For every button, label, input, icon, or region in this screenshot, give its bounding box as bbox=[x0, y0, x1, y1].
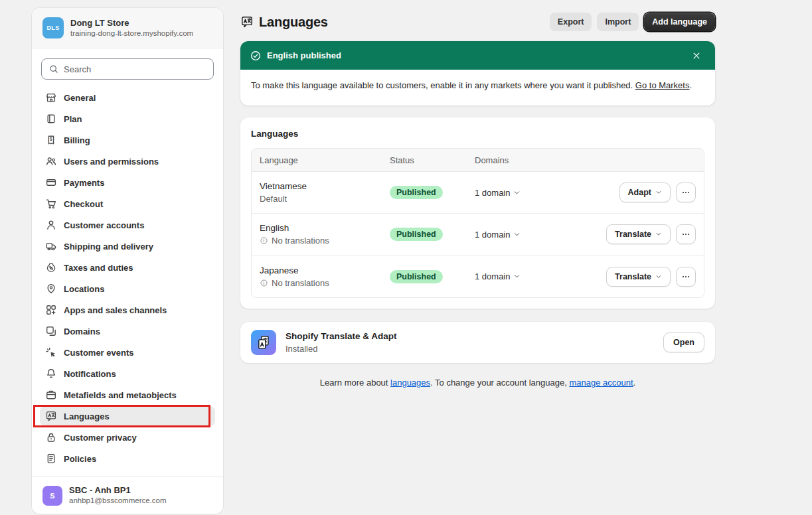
sidebar-item-label: Customer privacy bbox=[64, 433, 137, 443]
search-box[interactable] bbox=[41, 58, 214, 80]
user-account[interactable]: S SBC - Anh BP1 anhbp1@bsscommerce.com bbox=[32, 477, 223, 514]
status-badge: Published bbox=[390, 228, 443, 241]
red-annotation-box bbox=[33, 405, 210, 427]
translate-pages-glyph bbox=[255, 334, 272, 351]
sidebar-item-shipping-and-delivery[interactable]: Shipping and delivery bbox=[40, 236, 215, 256]
close-icon bbox=[692, 51, 701, 60]
store-header[interactable]: DLS Dong LT Store training-dong-lt-store… bbox=[32, 8, 223, 48]
adapt-button[interactable]: Adapt bbox=[619, 183, 671, 202]
chevron-down-icon bbox=[655, 231, 662, 238]
sidebar-item-label: Plan bbox=[64, 114, 82, 124]
search-input[interactable] bbox=[64, 64, 206, 74]
taxes-icon bbox=[45, 261, 57, 273]
sidebar-item-languages[interactable]: Languages bbox=[40, 406, 215, 426]
sidebar-item-label: Locations bbox=[64, 284, 104, 294]
go-to-markets-link[interactable]: Go to Markets bbox=[635, 80, 690, 90]
sidebar-item-label: Shipping and delivery bbox=[64, 242, 153, 252]
more-actions-button[interactable] bbox=[676, 183, 696, 202]
sidebar-item-label: Domains bbox=[64, 327, 100, 336]
sidebar-item-payments[interactable]: Payments bbox=[40, 173, 215, 192]
sidebar-item-notifications[interactable]: Notifications bbox=[40, 364, 215, 384]
sidebar-item-customer-accounts[interactable]: Customer accounts bbox=[40, 215, 215, 235]
translate-adapt-app-card: Shopify Translate & Adapt Installed Open bbox=[240, 322, 715, 363]
language-name: English bbox=[260, 223, 390, 233]
app-name: Shopify Translate & Adapt bbox=[285, 331, 397, 342]
sidebar-item-locations[interactable]: Locations bbox=[40, 279, 215, 299]
open-app-button[interactable]: Open bbox=[663, 332, 704, 352]
sidebar-item-label: Customer accounts bbox=[64, 220, 144, 230]
sidebar-item-customer-privacy[interactable]: Customer privacy bbox=[40, 427, 215, 447]
credit-card-icon bbox=[45, 177, 57, 188]
horizontal-dots-icon bbox=[681, 230, 690, 239]
sidebar-item-policies[interactable]: Policies bbox=[40, 449, 215, 469]
language-name: Japanese bbox=[260, 265, 390, 275]
store-domain: training-dong-lt-store.myshopify.com bbox=[70, 29, 193, 38]
user-email: anhbp1@bsscommerce.com bbox=[69, 496, 167, 506]
translate-icon bbox=[45, 410, 57, 422]
domains-dropdown[interactable]: 1 domain bbox=[475, 271, 606, 281]
sidebar-item-label: Languages bbox=[64, 411, 110, 421]
sidebar-item-label: General bbox=[64, 93, 96, 103]
add-language-button[interactable]: Add language bbox=[644, 13, 715, 31]
sidebar-item-label: Policies bbox=[64, 454, 96, 464]
chevron-down-icon bbox=[513, 231, 521, 238]
app-status: Installed bbox=[285, 343, 397, 354]
sidebar-item-label: Checkout bbox=[64, 199, 103, 209]
sidebar-item-plan[interactable]: Plan bbox=[40, 109, 215, 129]
more-actions-button[interactable] bbox=[676, 224, 696, 244]
translate-button[interactable]: Translate bbox=[606, 224, 671, 244]
sidebar-item-customer-events[interactable]: Customer events bbox=[40, 342, 215, 362]
status-badge: Published bbox=[390, 186, 443, 199]
sidebar-item-label: Billing bbox=[64, 135, 90, 145]
domains-icon bbox=[45, 325, 57, 337]
table-header-row: Language Status Domains bbox=[252, 149, 704, 172]
export-button[interactable]: Export bbox=[550, 13, 592, 31]
truck-icon bbox=[45, 240, 57, 252]
table-row-vietnamese: Vietnamese Default Published 1 domain Ad… bbox=[252, 172, 704, 214]
translate-button[interactable]: Translate bbox=[606, 267, 671, 287]
sidebar-item-billing[interactable]: Billing bbox=[40, 130, 215, 150]
footer-help-text: Learn more about languages. To change yo… bbox=[240, 378, 715, 388]
language-subtext: Default bbox=[260, 194, 287, 204]
settings-sidebar: DLS Dong LT Store training-dong-lt-store… bbox=[32, 8, 223, 514]
chevron-down-icon bbox=[513, 189, 521, 196]
sidebar-item-checkout[interactable]: Checkout bbox=[40, 194, 215, 214]
domains-dropdown[interactable]: 1 domain bbox=[475, 188, 619, 198]
search-icon bbox=[48, 64, 59, 74]
user-name: SBC - Anh BP1 bbox=[69, 485, 167, 496]
table-row-japanese: Japanese No translations Published 1 dom… bbox=[252, 256, 704, 297]
cart-icon bbox=[45, 198, 57, 210]
domains-dropdown[interactable]: 1 domain bbox=[475, 230, 606, 240]
chevron-down-icon bbox=[655, 273, 662, 280]
languages-help-link[interactable]: languages bbox=[390, 378, 430, 388]
user-avatar: S bbox=[42, 486, 62, 506]
sidebar-item-label: Customer events bbox=[64, 348, 133, 358]
store-name: Dong LT Store bbox=[70, 18, 193, 29]
sidebar-item-apps-and-sales-channels[interactable]: Apps and sales channels bbox=[40, 300, 215, 320]
person-icon bbox=[45, 219, 57, 231]
plan-icon bbox=[45, 113, 57, 125]
banner-title: English published bbox=[267, 50, 341, 60]
lock-icon bbox=[45, 431, 57, 443]
languages-card: Languages Language Status Domains Vietna… bbox=[240, 117, 715, 309]
info-icon bbox=[260, 236, 268, 245]
languages-card-title: Languages bbox=[251, 129, 704, 139]
sidebar-item-metafields-and-metaobjects[interactable]: Metafields and metaobjects bbox=[40, 385, 215, 405]
import-button[interactable]: Import bbox=[597, 13, 639, 31]
sidebar-item-general[interactable]: General bbox=[40, 88, 215, 108]
banner-close-button[interactable] bbox=[687, 46, 706, 65]
table-row-english: English No translations Published 1 doma… bbox=[252, 214, 704, 256]
metafields-icon bbox=[45, 389, 57, 401]
sidebar-item-users-and-permissions[interactable]: Users and permissions bbox=[40, 151, 215, 171]
success-banner-header: English published bbox=[240, 41, 715, 70]
cursor-click-icon bbox=[45, 346, 57, 358]
sidebar-item-domains[interactable]: Domains bbox=[40, 321, 215, 341]
sidebar-item-label: Taxes and duties bbox=[64, 263, 133, 273]
column-header-language: Language bbox=[260, 155, 390, 165]
manage-account-link[interactable]: manage account bbox=[569, 378, 633, 388]
horizontal-dots-icon bbox=[681, 188, 690, 197]
more-actions-button[interactable] bbox=[676, 267, 696, 287]
storefront-icon bbox=[45, 92, 57, 104]
sidebar-item-taxes-and-duties[interactable]: Taxes and duties bbox=[40, 258, 215, 277]
chevron-down-icon bbox=[513, 273, 521, 280]
